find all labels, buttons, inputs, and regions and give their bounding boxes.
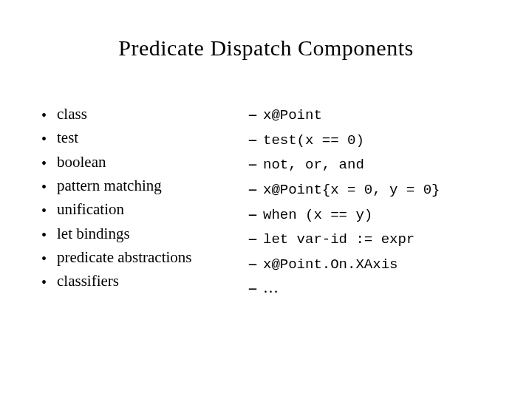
example-item: -- …: [248, 277, 491, 298]
dash-icon: --: [248, 178, 256, 199]
bullet-icon: •: [41, 180, 47, 194]
left-column: • class • test • boolean • pattern match…: [41, 103, 226, 301]
example-code: x@Point: [263, 106, 322, 126]
example-code: when (x == y): [263, 206, 372, 225]
bullet-icon: •: [41, 251, 47, 266]
bullet-icon: •: [41, 275, 47, 290]
example-code: x@Point.On.XAxis: [263, 256, 398, 275]
slide: Predicate Dispatch Components • class • …: [0, 0, 532, 399]
dash-icon: --: [248, 277, 256, 298]
list-item: • let bindings: [41, 223, 226, 244]
example-item: -- not, or, and: [248, 153, 491, 175]
list-item: • unification: [41, 199, 226, 219]
list-item: • pattern matching: [41, 175, 226, 196]
list-item: • boolean: [41, 151, 226, 172]
dash-icon: --: [248, 153, 256, 174]
example-item: -- x@Point{x = 0, y = 0}: [248, 178, 491, 200]
dash-icon: --: [248, 203, 256, 224]
example-item: -- when (x == y): [248, 203, 491, 225]
bullet-icon: •: [41, 108, 47, 123]
list-item-label: test: [57, 127, 78, 148]
example-item: -- let var-id := expr: [248, 228, 491, 250]
slide-title: Predicate Dispatch Components: [41, 35, 491, 61]
example-item: -- test(x == 0): [248, 129, 491, 151]
list-item-label: classifiers: [57, 270, 119, 291]
list-item-label: pattern matching: [57, 175, 162, 196]
example-code: x@Point{x = 0, y = 0}: [263, 181, 440, 200]
list-item-label: class: [57, 103, 87, 124]
bullet-icon: •: [41, 132, 47, 146]
list-item: • predicate abstractions: [41, 247, 226, 267]
content-columns: • class • test • boolean • pattern match…: [41, 103, 491, 301]
example-ellipsis: …: [263, 277, 279, 298]
example-code: not, or, and: [263, 156, 364, 175]
example-code: test(x == 0): [263, 132, 364, 151]
dash-icon: --: [248, 228, 256, 248]
bullet-icon: •: [41, 228, 47, 242]
bullet-icon: •: [41, 156, 47, 171]
list-item-label: boolean: [57, 151, 106, 172]
example-item: -- x@Point: [248, 103, 491, 126]
example-code: let var-id := expr: [263, 231, 415, 250]
list-item: • test: [41, 127, 226, 148]
dash-icon: --: [248, 253, 256, 273]
list-item: • classifiers: [41, 270, 226, 291]
list-item-label: predicate abstractions: [57, 247, 192, 267]
bullet-icon: •: [41, 203, 47, 218]
list-item-label: let bindings: [57, 223, 130, 244]
dash-icon: --: [248, 103, 256, 124]
list-item: • class: [41, 103, 226, 124]
dash-icon: --: [248, 129, 256, 149]
right-column: -- x@Point -- test(x == 0) -- not, or, a…: [248, 103, 491, 301]
list-item-label: unification: [57, 199, 124, 219]
example-item: -- x@Point.On.XAxis: [248, 253, 491, 275]
